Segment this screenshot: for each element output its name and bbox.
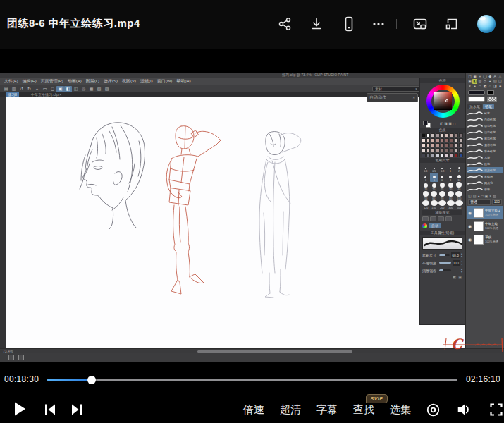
floating-palette-label: 自动动作 (369, 94, 386, 102)
brush-size-cell: 50 (422, 191, 430, 200)
color-swatch (445, 143, 449, 147)
brush-size-cell: 80 (446, 191, 455, 200)
subtool-item: 速涂铅笔 (467, 167, 503, 173)
dlna-disc-icon[interactable] (426, 403, 441, 420)
transparent-color-chip (487, 97, 497, 102)
aux-buttons (422, 216, 462, 221)
tool-grid-icon: ◻ (467, 74, 472, 79)
current-time: 00:18:30 (4, 374, 39, 384)
foreground-color-swatch (423, 121, 428, 125)
layer-thumbnail (474, 235, 484, 245)
tool-grid-icon: ◨ (493, 84, 498, 89)
player-menu-button[interactable]: 超清 (280, 403, 301, 417)
color-swatch (459, 143, 463, 147)
brush-size-header: 笔刷尺寸 (420, 158, 465, 163)
color-swatch (445, 133, 449, 137)
tool-property-row: 消除锯齿▴▾ (420, 266, 465, 274)
tool-grid-icon: ◯ (482, 74, 487, 79)
app-tool-icon: ▨ (103, 86, 111, 92)
main-color-bar (468, 90, 485, 95)
fullscreen-icon[interactable] (489, 403, 503, 419)
picture-in-picture-icon[interactable] (412, 16, 429, 32)
fg-bg-colors: ◧ ◨ ▣ ◻ (420, 120, 465, 128)
play-button[interactable] (12, 400, 27, 420)
color-swatch (436, 148, 440, 152)
color-swatch (450, 153, 454, 157)
aux-mode-chip: 自动 (429, 223, 441, 228)
layer-header-icon: □ (481, 194, 484, 198)
blend-mode-dropdown: 普通 (468, 199, 491, 205)
cast-device-icon[interactable] (340, 16, 357, 32)
sub-color-chip (487, 90, 494, 95)
subtool-item: 淡芯铅笔 (467, 129, 503, 135)
tool-property-row: 不透明度100▴▾ (420, 259, 465, 266)
color-swatch (445, 153, 449, 157)
color-swatch (436, 133, 440, 137)
tool-grid-icon: ▤ (493, 79, 498, 84)
mini-player-icon[interactable] (443, 16, 460, 32)
next-button[interactable] (70, 403, 84, 419)
svip-badge: SVIP (366, 394, 388, 403)
download-icon[interactable] (308, 16, 325, 32)
more-options-icon[interactable] (370, 16, 387, 32)
tool-grid-icon: + (477, 74, 482, 79)
aux-mode-row: 自动 (422, 223, 462, 228)
player-menu-button[interactable]: 选集 (390, 403, 411, 417)
app-title-bar: 练习.clip @ 73.4% - CLIP STUDIO PAINT (0, 73, 504, 78)
portrait-sketch (53, 113, 152, 229)
app-tool-icon: ◻ (49, 86, 56, 92)
tool-grid-icon: ▣ (467, 79, 472, 84)
layer-panel-icons: ◫▤●□▣×▨ (466, 192, 504, 198)
aux-header: 辅助预览 (422, 210, 462, 215)
player-menu-button[interactable]: 字幕 (316, 403, 338, 417)
volume-icon[interactable] (456, 402, 472, 420)
color-swatch (422, 133, 426, 137)
subtool-item: 彩色铅笔 (467, 148, 503, 154)
red-figure-sketch (159, 123, 226, 300)
subtool-item: 自动铅笔 (467, 116, 503, 123)
app-menu-item: 窗口(W) (155, 78, 175, 85)
tool-property-row: 笔刷尺寸60.0▴▾ (420, 251, 465, 259)
app-tool-icon: + (33, 86, 41, 92)
player-menu-button[interactable]: 查找 (353, 403, 374, 417)
player-top-bar: 团练8-6 中年立绘练习.mp4 (0, 0, 504, 49)
color-swatch (426, 138, 431, 142)
layer-row: ◉草稿100% 普通 (467, 233, 503, 246)
previous-button[interactable] (43, 403, 57, 419)
subtool-item: 粉笔 (467, 161, 503, 167)
color-swatch (441, 153, 445, 157)
subtool-item: 铅笔 (467, 110, 503, 116)
brush-size-cell: 1 (446, 164, 455, 173)
subtool-item: 素描铅笔 (467, 142, 503, 148)
app-logo-ball[interactable] (477, 15, 496, 33)
color-swatch (422, 153, 426, 157)
color-set-header: 色板 (420, 128, 465, 133)
color-swatch (426, 143, 431, 147)
subtool-item: 草稿用 (467, 173, 503, 180)
topbar-divider (395, 16, 398, 32)
share-icon[interactable] (276, 16, 293, 32)
progress-handle[interactable] (87, 376, 96, 384)
color-swatch (450, 133, 454, 137)
tool-grid-icon: ▨ (477, 79, 482, 84)
brush-size-cell: 2 (455, 164, 463, 173)
brush-size-cell: 0.3 (422, 164, 430, 173)
layer-visibility-icon: ◉ (468, 223, 472, 228)
app-menu-item: 编辑(E) (20, 78, 39, 85)
player-menu-button[interactable]: 倍速 (243, 403, 264, 417)
drawing-canvas (6, 97, 465, 348)
bottom-tool-icon (8, 355, 14, 360)
brush-size-cell: 120 (422, 200, 430, 209)
floating-palette-close-icon: × (412, 94, 415, 102)
video-content-area[interactable]: 练习.clip @ 73.4% - CLIP STUDIO PAINT 文件(F… (0, 73, 504, 362)
color-swatch (426, 153, 431, 157)
color-swatch (459, 133, 463, 137)
tool-grid-icon: ◇ (482, 79, 487, 84)
player-menu-buttons: 倍速超清字幕查找选集 (243, 403, 411, 417)
progress-bar[interactable] (47, 379, 457, 381)
color-panel: 色环 ◧ ◨ ▣ ◻ 色板 笔刷尺寸 0.30.50.8123568101520… (419, 78, 465, 325)
color-swatch (441, 133, 445, 137)
color-wheel (420, 83, 465, 120)
layer-thumbnail (474, 208, 484, 218)
color-swatch (431, 138, 435, 142)
